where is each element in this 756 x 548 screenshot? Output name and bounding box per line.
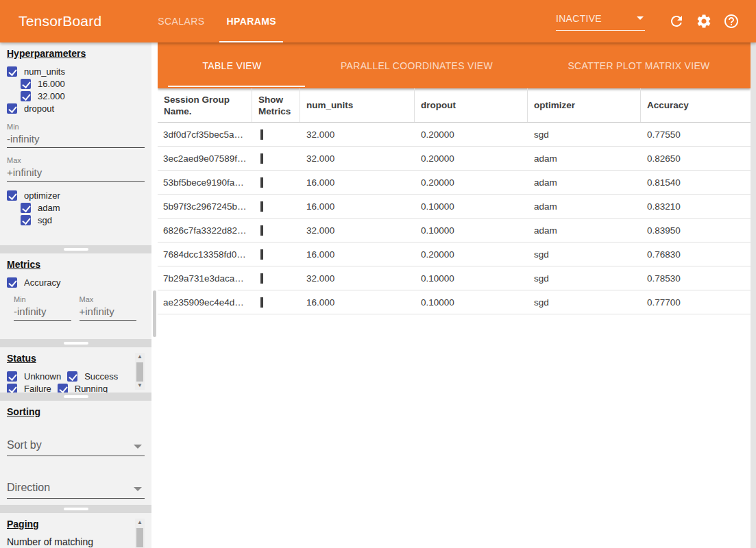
drag-handle[interactable] [64, 248, 88, 251]
checkbox-unchecked-icon[interactable] [260, 129, 263, 140]
column-header-optimizer[interactable]: optimizer [528, 88, 641, 122]
show-metrics-cell [252, 297, 300, 308]
checkbox-unchecked-icon[interactable] [260, 153, 263, 164]
column-header-dropout[interactable]: dropout [415, 88, 528, 122]
checkbox-checked-icon[interactable] [21, 203, 31, 213]
accuracy-cell: 0.83210 [641, 201, 751, 212]
optimizer-cell: sgd [528, 129, 641, 140]
min-input[interactable]: -infinity [7, 131, 145, 148]
direction-select[interactable]: Direction [7, 482, 145, 499]
accuracy-cell: 0.76830 [641, 249, 751, 260]
checkbox-unchecked-icon[interactable] [260, 177, 263, 188]
drag-handle[interactable] [64, 342, 88, 345]
num-units-cell: 16.000 [300, 201, 415, 212]
session-group-name-cell: 7b29a731e3daca… [158, 273, 252, 284]
optimizer-cell: adam [528, 201, 641, 212]
run-status-value: INACTIVE [556, 13, 602, 24]
checkbox-checked-icon[interactable] [7, 66, 17, 77]
table-row: ae235909ec4e4d… 16.000 0.10000 sgd 0.777… [158, 290, 751, 314]
hyperparameter-item: 16.000 [21, 77, 145, 90]
scrollbar-thumb[interactable] [136, 528, 143, 547]
panel-divider [0, 339, 151, 347]
optimizer-cell: sgd [528, 273, 641, 284]
metric-min-field: Min -infinity [14, 295, 71, 321]
dropout-cell: 0.10000 [415, 201, 528, 212]
accuracy-cell: 0.78530 [641, 273, 751, 284]
column-header-show-metrics[interactable]: Show Metrics [252, 88, 300, 122]
session-group-name-cell: 3df0d7cf35bec5a… [158, 129, 252, 140]
tab-scalars[interactable]: SCALARS [147, 0, 215, 42]
gear-icon[interactable] [696, 13, 712, 29]
tab-hparams[interactable]: HPARAMS [215, 0, 287, 42]
drag-handle[interactable] [64, 508, 88, 510]
max-label: Max [7, 156, 145, 164]
checkbox-checked-icon[interactable] [7, 371, 17, 382]
scroll-down-icon[interactable]: ▼ [135, 382, 145, 390]
panel-divider [0, 505, 151, 513]
column-header-accuracy[interactable]: Accuracy [641, 88, 751, 122]
help-icon[interactable] [723, 13, 740, 29]
checkbox-checked-icon[interactable] [21, 79, 31, 89]
checkbox-checked-icon[interactable] [7, 103, 17, 114]
table-row: 7684dcc13358fd0… 16.000 0.20000 sgd 0.76… [158, 242, 751, 266]
checkbox-label: Success [84, 371, 118, 382]
drag-handle[interactable] [64, 395, 88, 398]
checkbox-checked-icon[interactable] [21, 91, 31, 101]
checkbox-unchecked-icon[interactable] [260, 297, 263, 308]
checkbox-checked-icon[interactable] [7, 277, 17, 288]
checkbox-label: Running [75, 384, 108, 393]
dropout-cell: 0.10000 [415, 225, 528, 236]
show-metrics-cell [252, 177, 300, 188]
num-units-cell: 32.000 [300, 225, 415, 236]
chevron-down-icon [134, 445, 142, 449]
hyperparameter-item: dropout [7, 102, 145, 114]
dropout-min-field: Min -infinity [7, 123, 145, 148]
hyperparameter-item: 32.000 [21, 90, 145, 102]
column-header-session-group-name[interactable]: Session Group Name. [158, 88, 252, 122]
scroll-up-icon[interactable]: ▲ [135, 519, 145, 527]
checkbox-checked-icon[interactable] [58, 384, 68, 393]
column-header-num-units[interactable]: num_units [300, 88, 415, 122]
checkbox-unchecked-icon[interactable] [260, 201, 263, 212]
checkbox-unchecked-icon[interactable] [260, 225, 263, 236]
paging-panel: Paging Number of matching session groups… [0, 513, 151, 548]
checkbox-checked-icon[interactable] [7, 384, 17, 393]
checkbox-label: Unknown [24, 371, 61, 382]
checkbox-unchecked-icon[interactable] [260, 249, 263, 260]
checkbox-label: 16.000 [38, 79, 65, 89]
main-scrollbar-gutter[interactable] [751, 42, 756, 548]
show-metrics-cell [252, 153, 300, 164]
max-input[interactable]: +infinity [7, 164, 145, 182]
refresh-icon[interactable] [668, 13, 685, 29]
tab-parallel-coordinates-view[interactable]: PARALLEL COORDINATES VIEW [306, 42, 527, 88]
hyperparameters-panel: Hyperparameters num_units 16.000 32.000 [0, 42, 151, 245]
sorting-title: Sorting [7, 406, 145, 417]
status-checkboxes: Unknown Success Failure Running [7, 370, 130, 393]
tab-scatter-plot-matrix-view[interactable]: SCATTER PLOT MATRIX VIEW [527, 42, 751, 88]
min-input[interactable]: -infinity [14, 303, 71, 321]
checkbox-checked-icon[interactable] [67, 371, 77, 382]
checkbox-label: optimizer [24, 190, 60, 201]
checkbox-label: num_units [24, 66, 65, 77]
dropout-cell: 0.20000 [415, 129, 528, 140]
run-status-dropdown[interactable]: INACTIVE [556, 12, 645, 31]
scrollbar-thumb[interactable] [153, 290, 156, 337]
checkbox-checked-icon[interactable] [21, 215, 31, 225]
sort-by-select[interactable]: Sort by [7, 439, 145, 456]
dropout-max-field: Max +infinity [7, 156, 145, 182]
checkbox-checked-icon[interactable] [7, 190, 17, 201]
session-group-name-cell: 7684dcc13358fd0… [158, 249, 252, 260]
status-row: Failure Running [7, 382, 130, 393]
max-input[interactable]: +infinity [80, 303, 137, 321]
scrollbar-thumb[interactable] [136, 362, 143, 382]
session-group-name-cell: 53bf5bece9190fa… [158, 177, 252, 188]
sidebar-scrollbar[interactable] [151, 42, 158, 548]
checkbox-label: 32.000 [38, 91, 65, 101]
chevron-down-icon [637, 16, 644, 20]
checkbox-unchecked-icon[interactable] [260, 273, 263, 284]
scroll-up-icon[interactable]: ▲ [135, 353, 145, 361]
tab-table-view[interactable]: TABLE VIEW [158, 42, 306, 88]
panel-divider [0, 245, 151, 253]
optimizer-cell: sgd [528, 249, 641, 260]
paging-scrollbar: ▲ [135, 519, 145, 548]
